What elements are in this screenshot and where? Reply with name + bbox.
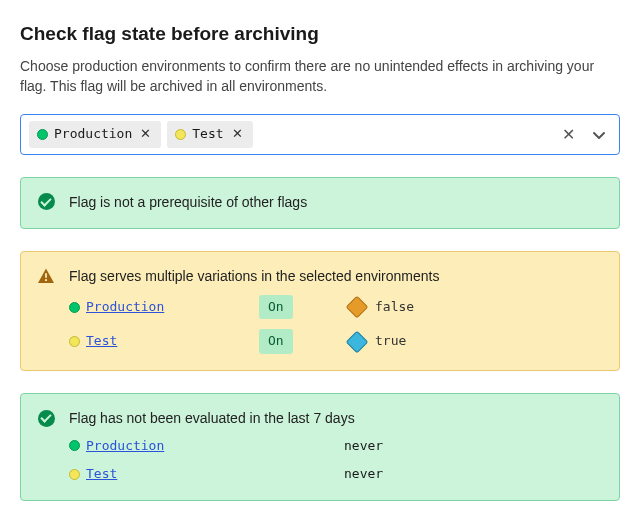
env-chip-test[interactable]: Test ✕ [167,121,252,148]
env-chip-label: Test [192,125,223,144]
targeting-badge: On [259,295,293,320]
card-title: Flag has not been evaluated in the last … [69,408,603,428]
evaluation-row: Test never [69,465,603,484]
env-dot-icon [37,129,48,140]
env-chip-production[interactable]: Production ✕ [29,121,161,148]
chevron-down-icon[interactable] [587,127,611,143]
variation-label: false [375,298,414,317]
environment-link[interactable]: Test [86,332,117,351]
environment-link[interactable]: Test [86,465,117,484]
page-title: Check flag state before archiving [20,20,620,48]
warning-icon [37,267,55,285]
remove-chip-icon[interactable]: ✕ [138,125,153,144]
env-dot-icon [69,440,80,451]
env-dot-icon [69,302,80,313]
env-dot-icon [175,129,186,140]
variation-diamond-icon [346,296,369,319]
targeting-badge: On [259,329,293,354]
variation-diamond-icon [346,331,369,354]
evaluation-value: never [344,437,383,456]
clear-all-icon[interactable]: ✕ [556,123,581,146]
card-title: Flag is not a prerequisite of other flag… [69,192,603,212]
env-dot-icon [69,469,80,480]
prerequisite-check-card: Flag is not a prerequisite of other flag… [20,177,620,229]
card-title: Flag serves multiple variations in the s… [69,266,603,286]
svg-point-1 [45,279,47,281]
variation-row: Test On true [69,329,603,354]
svg-rect-0 [45,273,47,278]
variations-check-card: Flag serves multiple variations in the s… [20,251,620,371]
page-description: Choose production environments to confir… [20,56,620,97]
env-chip-label: Production [54,125,132,144]
environment-selector[interactable]: Production ✕ Test ✕ ✕ [20,114,620,155]
evaluation-row: Production never [69,437,603,456]
success-icon [37,193,55,211]
remove-chip-icon[interactable]: ✕ [230,125,245,144]
environment-link[interactable]: Production [86,437,164,456]
variation-row: Production On false [69,295,603,320]
env-dot-icon [69,336,80,347]
evaluation-value: never [344,465,383,484]
variation-label: true [375,332,406,351]
environment-link[interactable]: Production [86,298,164,317]
evaluation-check-card: Flag has not been evaluated in the last … [20,393,620,501]
success-icon [37,409,55,427]
